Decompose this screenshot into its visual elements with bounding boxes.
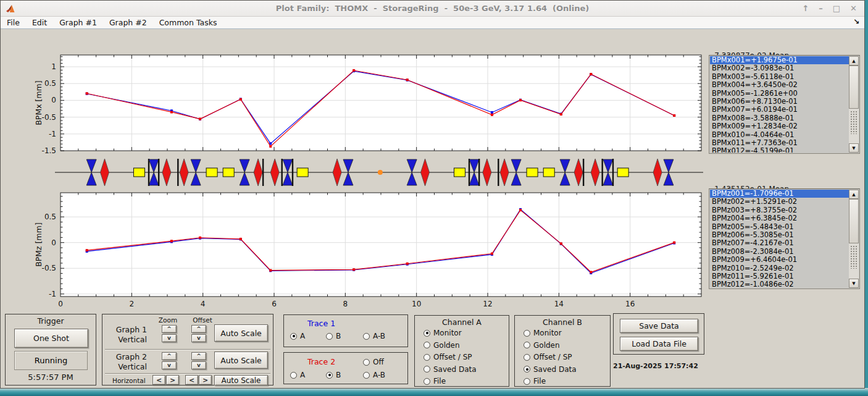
horizontal-zoom-left-button[interactable]: < — [152, 375, 165, 385]
list-item[interactable]: BPMz004=+6.3845e-02 — [710, 214, 849, 222]
radio-trace1-a-b[interactable]: A-B — [363, 332, 385, 340]
menu-item-graph-1[interactable]: Graph #1 — [53, 18, 103, 27]
list-item[interactable]: BPMx006=+8.7130e-01 — [710, 98, 849, 106]
save-data-button[interactable]: Save Data — [620, 319, 698, 333]
radio-channel-a-monitor[interactable]: Monitor — [424, 329, 462, 337]
radio-channel-b-golden[interactable]: Golden — [524, 341, 560, 350]
list-item[interactable]: BPMz008=-2.3084e-01 — [710, 248, 849, 256]
scroll-up-icon[interactable]: ▲ — [849, 56, 859, 65]
trace1-panel: Trace 1 ABA-B — [283, 314, 408, 347]
list-item[interactable]: BPMz011=-5.9261e-01 — [710, 272, 849, 280]
radio-label: Offset / SP — [433, 353, 472, 361]
radio-trace1-a[interactable]: A — [290, 332, 305, 340]
undock-icon[interactable]: ↑ — [802, 2, 809, 15]
radio-trace2-off[interactable]: Off — [363, 358, 384, 366]
one-shot-button[interactable]: One Shot — [14, 329, 88, 348]
channel-a-panel-title: Channel A — [415, 318, 509, 327]
radio-trace2-b[interactable]: B — [326, 371, 341, 379]
list-item[interactable]: BPMz003=+8.3755e-02 — [710, 206, 849, 214]
minimize-icon[interactable]: – — [819, 2, 823, 15]
menu-item-common-tasks[interactable]: Common Tasks — [153, 18, 223, 27]
svg-text:-0.5: -0.5 — [42, 264, 56, 272]
list-item[interactable]: BPMz010=-2.5249e-02 — [710, 264, 849, 272]
list-item[interactable]: BPMx008=-3.5888e-01 — [710, 114, 849, 122]
graph1-zoom-up-button[interactable]: ^ — [162, 325, 177, 333]
list-item[interactable]: BPMx002=-3.0983e-01 — [710, 64, 849, 72]
list-item[interactable]: BPMx005=-1.2861e+00 — [710, 90, 849, 98]
trace1-panel-title: Trace 1 — [307, 319, 335, 328]
file-panel: Save Data Load Data File — [613, 313, 704, 355]
scrollbar-thumb[interactable] — [849, 199, 859, 243]
menu-item-edit[interactable]: Edit — [26, 18, 53, 27]
menu-item-graph-2[interactable]: Graph #2 — [103, 18, 153, 27]
radio-trace2-a[interactable]: A — [290, 371, 305, 379]
trigger-status-box: Running — [14, 351, 88, 370]
graph2-offset-down-button[interactable]: v — [191, 361, 206, 369]
graph2-zoom-up-button[interactable]: ^ — [162, 352, 177, 360]
list-item[interactable]: BPMx011=+7.7363e-01 — [710, 139, 849, 147]
plot-family-window: Plot Family: THOMX - StorageRing - 50e-3… — [0, 0, 865, 389]
list-item[interactable]: BPMz012=-1.0486e-02 — [710, 280, 849, 288]
scroll-down-icon[interactable]: ▼ — [849, 143, 859, 153]
radio-channel-b-saved-data[interactable]: Saved Data — [524, 365, 577, 374]
scroll-down-icon[interactable]: ▼ — [849, 279, 859, 288]
horizontal-offset-left-button[interactable]: < — [185, 375, 198, 385]
list-item[interactable]: BPMx001=+1.9675e-01 — [710, 56, 849, 64]
radio-channel-a-saved-data[interactable]: Saved Data — [424, 365, 477, 374]
list-item[interactable]: BPMz005=-5.4843e-01 — [710, 223, 849, 231]
bpmz-scrollbar[interactable]: ▲ ▼ — [849, 190, 859, 288]
scroll-up-icon[interactable]: ▲ — [849, 190, 859, 199]
list-item[interactable]: BPMz007=-4.2167e-01 — [710, 239, 849, 247]
graph1-offset-down-button[interactable]: v — [191, 334, 206, 342]
list-item[interactable]: BPMz002=+1.5291e-02 — [710, 198, 849, 206]
list-item[interactable]: BPMx003=-5.6118e-01 — [710, 73, 849, 81]
dock-figure-icon[interactable]: ↘ — [853, 17, 859, 26]
radio-trace2-a-b[interactable]: A-B — [363, 371, 385, 379]
horizontal-auto-scale-button[interactable]: Auto Scale — [214, 375, 268, 385]
bpmz-listbox[interactable]: BPMz001=-1.7096e-01BPMz002=+1.5291e-02BP… — [709, 188, 860, 289]
radio-channel-a-golden[interactable]: Golden — [424, 341, 460, 350]
bpmx-scrollbar[interactable]: ▲ ▼ — [849, 56, 859, 153]
list-item[interactable]: BPMz006=-5.3085e-01 — [710, 231, 849, 239]
load-data-file-button[interactable]: Load Data File — [620, 337, 698, 351]
horizontal-zoom-right-button[interactable]: > — [166, 375, 179, 385]
list-item[interactable]: BPMz001=-1.7096e-01 — [710, 190, 849, 198]
dipole-icon — [617, 168, 628, 177]
radio-label: Golden — [433, 341, 460, 350]
radio-channel-b-file[interactable]: File — [524, 377, 546, 385]
list-item[interactable]: BPMx010=-4.0464e-01 — [710, 131, 849, 139]
sextupole-icon — [254, 159, 262, 186]
graph1-zoom-down-button[interactable]: v — [162, 334, 177, 342]
radio-button-icon — [524, 330, 530, 337]
graph2-zoom-down-button[interactable]: v — [162, 361, 177, 369]
graph1-offset-up-button[interactable]: ^ — [191, 325, 206, 333]
menu-item-file[interactable]: File — [1, 18, 26, 27]
radio-channel-a-offset-sp[interactable]: Offset / SP — [424, 353, 472, 361]
separator — [105, 373, 270, 374]
close-icon[interactable]: ✕ — [850, 2, 857, 15]
horizontal-offset-right-button[interactable]: > — [199, 375, 212, 385]
radio-button-icon — [326, 372, 333, 379]
bpmx-listbox[interactable]: BPMx001=+1.9675e-01BPMx002=-3.0983e-01BP… — [709, 55, 860, 154]
bpm-marker-icon — [281, 159, 282, 186]
list-item[interactable]: BPMx007=+6.0194e-01 — [710, 106, 849, 114]
list-item[interactable]: BPMz009=+6.4604e-01 — [710, 256, 849, 264]
graph2-offset-up-button[interactable]: ^ — [191, 352, 206, 360]
maximize-icon[interactable]: □ — [833, 2, 840, 15]
radio-label: B — [336, 332, 341, 340]
list-item[interactable]: BPMx004=+3.6450e-02 — [710, 81, 849, 89]
bpm-marker-icon — [478, 159, 480, 186]
radio-channel-a-file[interactable]: File — [424, 377, 446, 385]
radio-label: A-B — [373, 332, 385, 340]
plots-canvas: 10.50-0.5-1-1.5BPMx [mm]0.50-0.5-1024681… — [1, 29, 708, 310]
graph1-auto-scale-button[interactable]: Auto Scale — [214, 324, 268, 342]
radio-channel-b-monitor[interactable]: Monitor — [524, 329, 562, 337]
radio-channel-b-offset-sp[interactable]: Offset / SP — [524, 353, 572, 361]
radio-button-icon — [424, 330, 430, 337]
radio-trace1-b[interactable]: B — [326, 332, 341, 340]
list-item[interactable]: BPMx009=+1.2834e-02 — [710, 122, 849, 130]
list-item[interactable]: BPMx012=-4.5199e-01 — [710, 147, 849, 153]
graph2-auto-scale-button[interactable]: Auto Scale — [214, 352, 268, 369]
scrollbar-thumb[interactable] — [849, 65, 859, 109]
point-marker-icon — [378, 170, 383, 175]
